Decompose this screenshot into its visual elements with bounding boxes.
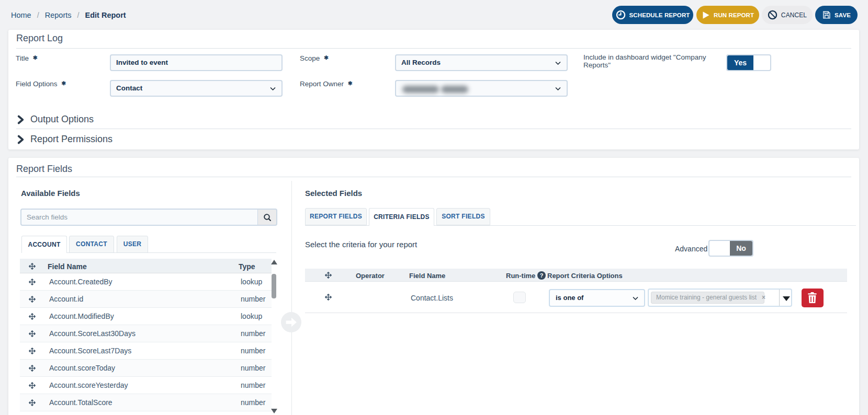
svg-text:?: ? — [540, 272, 544, 279]
